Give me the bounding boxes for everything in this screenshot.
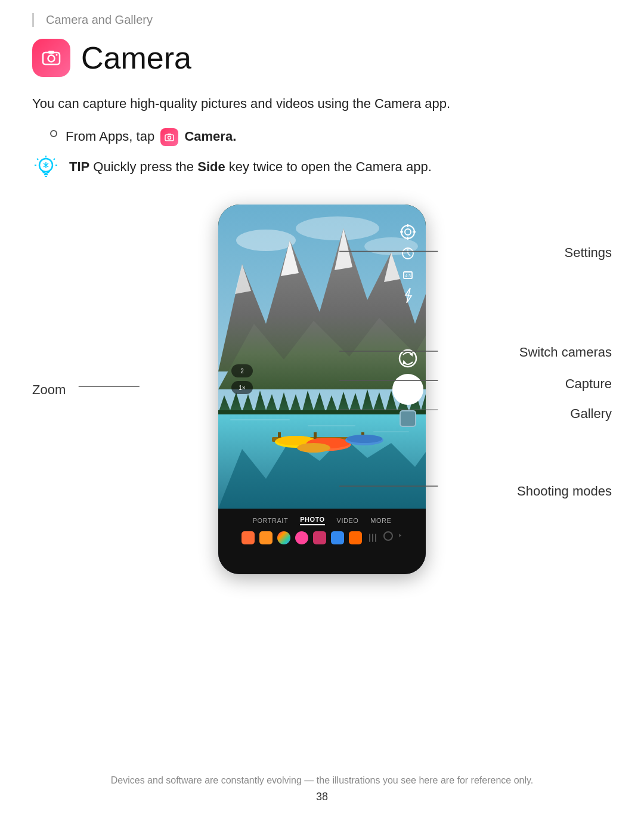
footer-disclaimer: Devices and software are constantly evol…: [0, 775, 644, 786]
portrait-mode: PORTRAIT: [253, 517, 288, 524]
svg-point-44: [346, 435, 382, 443]
footer-page-number: 38: [0, 791, 644, 803]
footer: Devices and software are constantly evol…: [0, 775, 644, 803]
page-title-row: Camera: [32, 39, 612, 77]
svg-rect-31: [230, 419, 290, 420]
callout-settings: Settings: [565, 245, 612, 261]
svg-point-5: [168, 137, 171, 140]
camera-app-icon: [32, 39, 70, 77]
intro-text: You can capture high-quality pictures an…: [32, 94, 612, 113]
callout-switch-cameras: Switch cameras: [519, 345, 612, 360]
svg-rect-4: [165, 135, 174, 141]
shooting-modes-bar: PORTRAIT PHOTO VIDEO MORE: [218, 509, 426, 525]
inline-camera-icon: [160, 128, 178, 146]
list-item-from-apps: From Apps, tap Camera.: [50, 126, 612, 146]
svg-point-19: [236, 230, 296, 251]
tip-row: TIP Quickly press the Side key twice to …: [32, 157, 612, 182]
tip-lightbulb-icon: [32, 154, 60, 182]
callout-shooting-modes: Shooting modes: [517, 484, 612, 499]
list-bullet: [50, 130, 57, 137]
list-item-text: From Apps, tap Camera.: [66, 126, 236, 146]
svg-point-61: [392, 374, 423, 405]
svg-rect-32: [308, 425, 355, 426]
callout-zoom: Zoom: [32, 382, 66, 398]
dock-icons: [218, 529, 426, 544]
camera-viewfinder: 4:3 2: [218, 205, 426, 509]
phone-bottom-bar: PORTRAIT PHOTO VIDEO MORE: [218, 509, 426, 574]
photo-mode: PHOTO: [300, 516, 324, 525]
page-title: Camera: [81, 40, 191, 76]
svg-point-3: [56, 54, 58, 56]
breadcrumb-text: Camera and Gallery: [46, 13, 153, 26]
svg-rect-2: [48, 51, 54, 54]
callout-gallery: Gallery: [570, 406, 612, 422]
svg-rect-6: [168, 134, 171, 135]
tip-text: TIP Quickly press the Side key twice to …: [69, 157, 432, 176]
svg-text:2: 2: [240, 368, 244, 374]
svg-text:4:3: 4:3: [405, 274, 411, 278]
svg-rect-63: [401, 411, 415, 426]
svg-marker-68: [399, 534, 401, 537]
svg-point-1: [48, 55, 55, 62]
svg-point-45: [297, 443, 330, 453]
diagram-area: 4:3 2: [32, 199, 612, 574]
callout-capture: Capture: [565, 376, 612, 392]
svg-line-11: [37, 159, 38, 160]
video-mode: VIDEO: [337, 517, 359, 524]
svg-text:1×: 1×: [239, 385, 246, 391]
svg-line-12: [54, 159, 55, 160]
phone-mockup: 4:3 2: [218, 205, 426, 574]
more-mode: MORE: [370, 517, 391, 524]
svg-rect-33: [373, 431, 409, 432]
svg-point-20: [296, 216, 379, 240]
